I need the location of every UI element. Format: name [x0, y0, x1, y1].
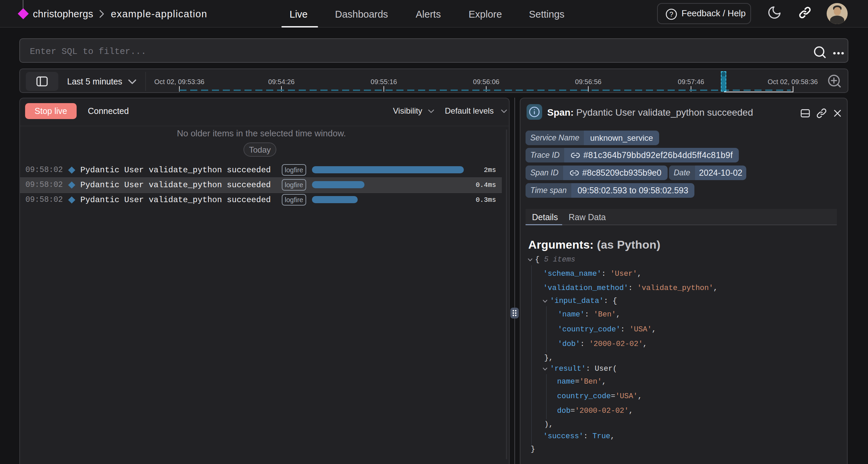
svg-text:?: ?: [669, 11, 673, 18]
